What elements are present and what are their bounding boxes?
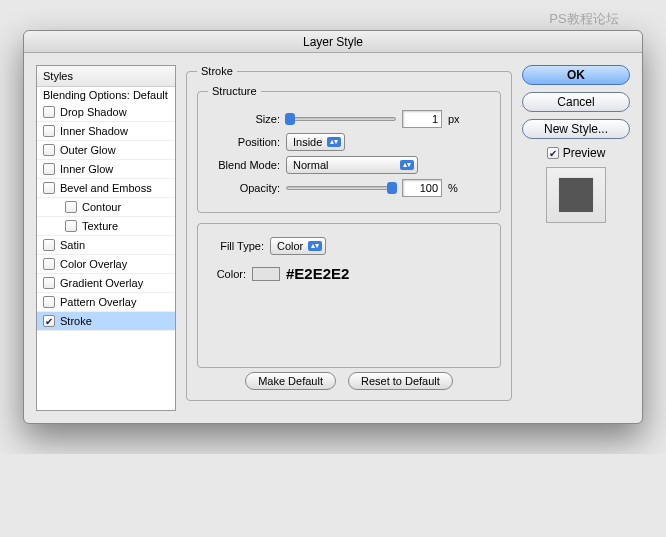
checkbox[interactable]: [43, 163, 55, 175]
stroke-panel: Stroke Structure Size: px Position: Insi…: [186, 65, 512, 401]
checkbox[interactable]: [43, 144, 55, 156]
sidebar-item-gradient-overlay[interactable]: Gradient Overlay: [37, 274, 175, 293]
sidebar-header[interactable]: Styles: [37, 66, 175, 87]
checkbox[interactable]: [43, 258, 55, 270]
checkbox[interactable]: [65, 201, 77, 213]
color-label: Color:: [208, 268, 246, 280]
checkbox[interactable]: ✔: [43, 315, 55, 327]
sidebar-item-texture[interactable]: Texture: [37, 217, 175, 236]
chevron-updown-icon: ▴▾: [327, 137, 341, 147]
sidebar-item-pattern-overlay[interactable]: Pattern Overlay: [37, 293, 175, 312]
blendmode-select[interactable]: Normal▴▾: [286, 156, 418, 174]
opacity-input[interactable]: [402, 179, 442, 197]
opacity-label: Opacity:: [208, 182, 280, 194]
color-hex: #E2E2E2: [286, 265, 349, 282]
cancel-button[interactable]: Cancel: [522, 92, 630, 112]
opacity-slider[interactable]: [286, 186, 396, 190]
layer-style-dialog: Layer Style Styles Blending Options: Def…: [23, 30, 643, 424]
checkbox[interactable]: [43, 182, 55, 194]
size-slider[interactable]: [286, 117, 396, 121]
sidebar-item-drop-shadow[interactable]: Drop Shadow: [37, 103, 175, 122]
sidebar-item-inner-shadow[interactable]: Inner Shadow: [37, 122, 175, 141]
blendmode-label: Blend Mode:: [208, 159, 280, 171]
make-default-button[interactable]: Make Default: [245, 372, 336, 390]
structure-group: Structure Size: px Position: Inside▴▾: [197, 85, 501, 213]
sidebar-item-satin[interactable]: Satin: [37, 236, 175, 255]
blending-options-row[interactable]: Blending Options: Default: [37, 87, 175, 103]
styles-sidebar: Styles Blending Options: Default Drop Sh…: [36, 65, 176, 411]
fill-group: Fill Type: Color▴▾ Color: #E2E2E2: [197, 223, 501, 368]
preview-label: Preview: [563, 146, 606, 160]
preview-checkbox[interactable]: ✔: [547, 147, 559, 159]
chevron-updown-icon: ▴▾: [400, 160, 414, 170]
checkbox[interactable]: [65, 220, 77, 232]
color-swatch[interactable]: [252, 267, 280, 281]
ok-button[interactable]: OK: [522, 65, 630, 85]
position-label: Position:: [208, 136, 280, 148]
checkbox[interactable]: [43, 106, 55, 118]
checkbox[interactable]: [43, 277, 55, 289]
sidebar-item-stroke[interactable]: ✔Stroke: [37, 312, 175, 331]
reset-default-button[interactable]: Reset to Default: [348, 372, 453, 390]
checkbox[interactable]: [43, 296, 55, 308]
new-style-button[interactable]: New Style...: [522, 119, 630, 139]
sidebar-item-inner-glow[interactable]: Inner Glow: [37, 160, 175, 179]
checkbox[interactable]: [43, 125, 55, 137]
filltype-label: Fill Type:: [208, 240, 264, 252]
sidebar-item-color-overlay[interactable]: Color Overlay: [37, 255, 175, 274]
checkbox[interactable]: [43, 239, 55, 251]
preview-swatch: [546, 167, 606, 223]
size-input[interactable]: [402, 110, 442, 128]
sidebar-item-outer-glow[interactable]: Outer Glow: [37, 141, 175, 160]
filltype-select[interactable]: Color▴▾: [270, 237, 326, 255]
sidebar-item-bevel-and-emboss[interactable]: Bevel and Emboss: [37, 179, 175, 198]
position-select[interactable]: Inside▴▾: [286, 133, 345, 151]
stroke-legend: Stroke: [197, 65, 237, 77]
dialog-title: Layer Style: [24, 31, 642, 53]
size-label: Size:: [208, 113, 280, 125]
chevron-updown-icon: ▴▾: [308, 241, 322, 251]
sidebar-item-contour[interactable]: Contour: [37, 198, 175, 217]
